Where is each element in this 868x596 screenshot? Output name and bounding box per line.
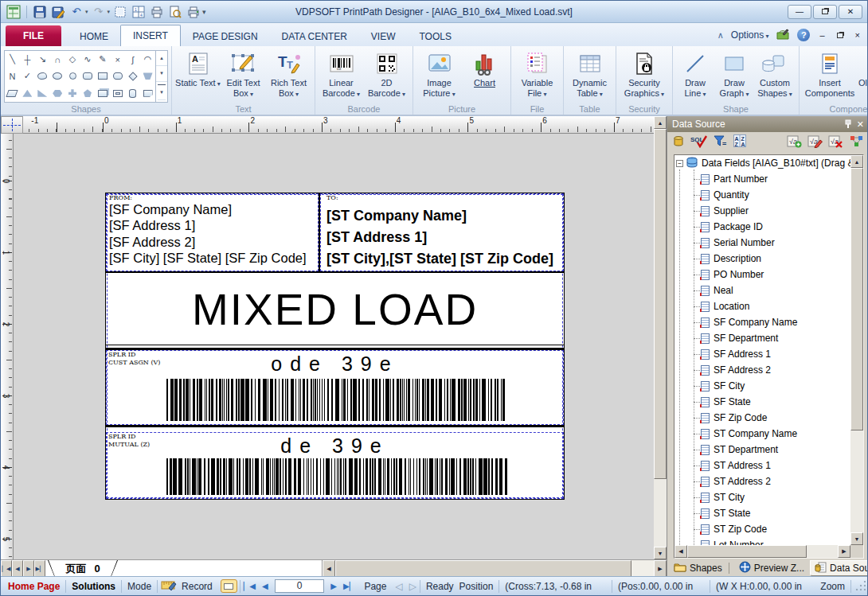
scrollbar-thumb[interactable] <box>850 168 863 430</box>
data-field-item[interactable]: Description <box>674 251 850 267</box>
tab-home[interactable]: HOME <box>68 26 120 46</box>
mdi-minimize-icon[interactable]: – <box>817 30 827 40</box>
next-record-icon[interactable]: ▶ <box>327 582 340 590</box>
scroll-left-icon[interactable]: ◀ <box>674 545 687 558</box>
tab-data-source-panel[interactable]: Data Source <box>810 560 868 576</box>
tab-file[interactable]: FILE <box>6 25 61 46</box>
shape-gallery-item[interactable] <box>5 85 20 102</box>
restore-button[interactable] <box>813 5 837 19</box>
filter-icon[interactable]: = <box>714 134 728 151</box>
shape-gallery-item[interactable] <box>95 68 110 84</box>
data-field-item[interactable]: ST Address 1 <box>674 458 850 473</box>
insert-components-button[interactable]: Insert Components <box>803 49 857 103</box>
page-numbering-icon[interactable]: 14 <box>131 4 147 20</box>
shape-gallery-item[interactable]: ✎ <box>95 51 110 68</box>
save-as-icon[interactable] <box>50 4 66 20</box>
undo-dropdown-icon[interactable]: ▾ <box>85 9 88 15</box>
to-address-block[interactable]: TO: [ST Company Name] [ST Address 1] [ST… <box>320 193 564 271</box>
shape-gallery-item[interactable] <box>80 85 95 102</box>
tab-preview-zoom[interactable]: Preview Z... <box>735 560 808 576</box>
resize-grip[interactable] <box>854 581 866 592</box>
scrollbar-thumb[interactable] <box>687 545 807 558</box>
scroll-left-icon[interactable]: ◀ <box>323 560 335 578</box>
rich-text-box-button[interactable]: TT Rich Text Box <box>266 49 311 103</box>
data-field-item[interactable]: PO Number <box>674 267 850 282</box>
label-design-surface[interactable]: FROM: [SF Company Name] [SF Address 1] [… <box>105 193 565 500</box>
scrollbar-thumb[interactable] <box>654 129 667 479</box>
design-mode-icon[interactable] <box>158 578 180 594</box>
tree-root[interactable]: − Data Fields [AIAG_B10#txt] (Drag & D <box>674 155 850 171</box>
last-record-icon[interactable]: ▶▏ <box>340 582 358 590</box>
scrollbar-thumb[interactable] <box>335 560 631 578</box>
edit-text-box-button[interactable]: Edit Text Box <box>221 49 266 103</box>
mixed-load-text[interactable]: MIXED LOAD <box>106 275 564 345</box>
dynamic-table-button[interactable]: Dynamic Table <box>567 49 612 103</box>
scroll-down-icon[interactable]: ▼ <box>654 547 667 559</box>
scroll-up-icon[interactable]: ▲ <box>654 116 667 129</box>
data-field-item[interactable]: Neal <box>674 282 850 298</box>
mode-button[interactable]: Mode <box>122 581 157 592</box>
data-field-item[interactable]: SF Address 2 <box>674 362 850 378</box>
data-field-item[interactable]: Location <box>674 298 850 314</box>
gallery-scroll-down-icon[interactable]: ▼ <box>156 66 167 81</box>
tab-view[interactable]: VIEW <box>359 26 408 46</box>
barcode-block-cust-asgn[interactable]: SPLR ID CUST ASGN (V) ode 39e <box>106 350 564 427</box>
gallery-scroll-up-icon[interactable]: ▲ <box>156 51 167 66</box>
help-icon[interactable]: ? <box>797 29 810 41</box>
gallery-expand-icon[interactable]: ▼ <box>158 84 166 100</box>
scroll-right-icon[interactable]: ▶ <box>654 560 667 578</box>
chart-button[interactable]: Chart <box>462 49 507 103</box>
save-icon[interactable] <box>32 4 48 20</box>
data-field-item[interactable]: SF Address 1 <box>674 346 850 362</box>
next-page-button[interactable]: ▶ <box>23 560 34 578</box>
canvas-vertical-scrollbar[interactable]: ▲ ▼ <box>654 116 667 559</box>
home-page-button[interactable]: Home Page <box>2 581 65 592</box>
shape-gallery-item[interactable] <box>80 68 95 84</box>
undo-icon[interactable]: ↶ <box>68 4 84 20</box>
scroll-right-icon[interactable]: ▶ <box>838 545 850 558</box>
redo-icon[interactable]: ↷ <box>91 4 107 20</box>
shape-gallery-item[interactable]: ∩ <box>50 51 65 68</box>
edit-formula-field-icon[interactable]: √a <box>807 134 823 151</box>
variable-file-button[interactable]: Variable File <box>514 49 560 103</box>
solutions-button[interactable]: Solutions <box>66 581 121 592</box>
tab-data-center[interactable]: DATA CENTER <box>270 26 359 46</box>
sort-icon[interactable]: AZZA <box>733 134 747 151</box>
shape-gallery-item[interactable] <box>125 68 140 84</box>
add-formula-field-icon[interactable]: √a <box>787 134 802 151</box>
prev-page-button[interactable]: ◀ <box>12 560 23 578</box>
collapse-icon[interactable]: − <box>676 160 683 167</box>
field-relations-icon[interactable] <box>849 134 864 151</box>
mdi-close-icon[interactable]: × <box>853 30 862 40</box>
shape-gallery-item[interactable]: ◇ <box>65 51 80 68</box>
shape-gallery-item[interactable] <box>140 85 155 102</box>
data-field-item[interactable]: SF State <box>674 394 850 410</box>
shape-gallery-item[interactable]: ◠ <box>140 51 155 68</box>
data-field-item[interactable]: SF Company Name <box>674 314 850 330</box>
prev-record-icon[interactable]: ◀ <box>259 582 272 590</box>
shape-gallery-item[interactable]: ∿ <box>80 51 95 68</box>
shape-gallery-item[interactable] <box>50 85 65 102</box>
shape-gallery-item[interactable] <box>35 68 50 84</box>
first-record-icon[interactable]: ▏◀ <box>240 582 259 590</box>
database-icon[interactable] <box>672 134 685 151</box>
data-field-item[interactable]: Serial Number <box>674 235 850 251</box>
new-page-icon[interactable] <box>112 4 128 20</box>
image-picture-button[interactable]: Image Picture <box>416 49 462 103</box>
print-preview-icon[interactable] <box>167 4 183 20</box>
data-field-item[interactable]: SF Zip Code <box>674 410 850 426</box>
shape-gallery-item[interactable] <box>95 85 110 102</box>
linear-barcode-button[interactable]: co Linear Barcode <box>319 49 364 103</box>
delete-formula-field-icon[interactable]: √a <box>828 134 843 151</box>
canvas-horizontal-scrollbar[interactable]: ◀ ▶ <box>323 560 667 578</box>
tab-tools[interactable]: TOOLS <box>408 26 463 46</box>
shape-gallery-item[interactable]: ✓ <box>20 68 35 84</box>
mdi-restore-icon[interactable] <box>835 33 846 38</box>
security-graphics-button[interactable]: Security Graphics <box>620 49 669 103</box>
shape-gallery-item[interactable] <box>35 85 50 102</box>
data-field-item[interactable]: Quantity <box>674 187 850 203</box>
data-field-item[interactable]: ST Department <box>674 442 850 458</box>
tree-horizontal-scrollbar[interactable]: ◀ ▶ <box>674 545 850 558</box>
record-button[interactable]: Record <box>180 581 218 592</box>
shape-gallery-item[interactable]: ↘ <box>35 51 50 68</box>
